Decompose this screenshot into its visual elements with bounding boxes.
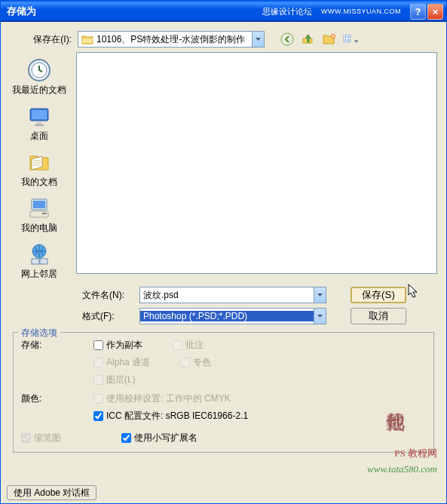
save-options-fieldset: 存储选项 存储: 作为副本 批注 Alpha 通道 专色 图层(L) 颜色: bbox=[13, 332, 434, 453]
brand-url: WWW.MISSYUAN.COM bbox=[321, 8, 401, 15]
cancel-button[interactable]: 取消 bbox=[351, 308, 406, 324]
svg-rect-6 bbox=[347, 39, 349, 41]
sidebar-item-desktop[interactable]: 桌面 bbox=[27, 104, 51, 143]
svg-rect-10 bbox=[32, 110, 47, 119]
format-value: Photoshop (*.PSD;*.PDD) bbox=[140, 311, 314, 321]
help-button[interactable]: ? bbox=[410, 4, 426, 20]
places-sidebar: 我最近的文档 桌面 我的文档 我的电脑 网上邻居 bbox=[7, 52, 72, 281]
svg-rect-19 bbox=[40, 259, 47, 264]
titlebar: 存储为 思缘设计论坛 WWW.MISSYUAN.COM ? × bbox=[1, 1, 446, 22]
sidebar-item-recent[interactable]: 我最近的文档 bbox=[12, 58, 66, 97]
fieldset-legend: 存储选项 bbox=[18, 327, 60, 340]
svg-rect-5 bbox=[344, 39, 346, 41]
sidebar-item-mydocs[interactable]: 我的文档 bbox=[21, 150, 57, 189]
filename-combo-arrow-icon[interactable] bbox=[314, 287, 326, 303]
svg-rect-16 bbox=[42, 213, 47, 214]
path-text: 10106、PS特效处理-水波倒影的制作 bbox=[96, 33, 252, 46]
new-folder-icon[interactable] bbox=[322, 32, 337, 47]
svg-point-0 bbox=[281, 33, 293, 45]
svg-rect-3 bbox=[344, 36, 346, 38]
filename-input[interactable] bbox=[140, 290, 314, 300]
format-combo-arrow-icon[interactable] bbox=[314, 309, 326, 324]
lowercase-checkbox[interactable]: 使用小写扩展名 bbox=[121, 432, 197, 444]
svg-rect-18 bbox=[32, 259, 39, 264]
filename-combo[interactable] bbox=[139, 287, 326, 303]
network-icon bbox=[27, 242, 51, 266]
mydocs-icon bbox=[27, 150, 51, 174]
folder-open-icon bbox=[81, 34, 93, 45]
svg-rect-2 bbox=[344, 35, 351, 42]
up-icon[interactable] bbox=[301, 32, 316, 47]
svg-rect-11 bbox=[36, 122, 42, 124]
close-button[interactable]: × bbox=[427, 4, 443, 20]
format-label: 格式(F): bbox=[82, 310, 133, 323]
file-list-pane[interactable] bbox=[76, 52, 437, 274]
spot-checkbox: 专色 bbox=[180, 356, 211, 369]
view-menu-icon[interactable] bbox=[343, 32, 358, 47]
proof-checkbox: 使用校样设置: 工作中的 CMYK bbox=[93, 392, 248, 405]
svg-rect-14 bbox=[33, 201, 45, 208]
save-button[interactable]: 保存(S) bbox=[351, 287, 406, 303]
recent-docs-icon bbox=[27, 58, 51, 82]
brand-text: 思缘设计论坛 bbox=[262, 6, 312, 17]
use-adobe-dialog-button[interactable]: 使用 Adobe 对话框 bbox=[7, 485, 96, 500]
watermark-line2: www.tata580.com bbox=[367, 462, 437, 478]
mycomputer-icon bbox=[27, 196, 51, 220]
sidebar-item-network[interactable]: 网上邻居 bbox=[21, 242, 57, 281]
back-icon[interactable] bbox=[280, 32, 295, 47]
svg-rect-4 bbox=[347, 36, 349, 38]
desktop-icon bbox=[27, 104, 51, 128]
layers-checkbox: 图层(L) bbox=[93, 373, 211, 386]
format-combo[interactable]: Photoshop (*.PSD;*.PDD) bbox=[139, 308, 326, 324]
icc-checkbox[interactable]: ICC 配置文件: sRGB IEC61966-2.1 bbox=[93, 410, 248, 423]
save-as-dialog: 存储为 思缘设计论坛 WWW.MISSYUAN.COM ? × 保存在(I): … bbox=[0, 0, 447, 504]
annotations-checkbox: 批注 bbox=[173, 339, 204, 352]
storage-label: 存储: bbox=[21, 339, 93, 386]
save-in-combo[interactable]: 10106、PS特效处理-水波倒影的制作 bbox=[78, 31, 265, 48]
svg-rect-12 bbox=[35, 124, 44, 126]
window-title: 存储为 bbox=[4, 5, 262, 18]
filename-label: 文件名(N): bbox=[82, 289, 133, 302]
sidebar-item-mycomputer[interactable]: 我的电脑 bbox=[21, 196, 57, 235]
as-copy-checkbox[interactable]: 作为副本 bbox=[93, 339, 142, 352]
thumbnail-checkbox: 缩览图 bbox=[21, 432, 61, 444]
combo-arrow-icon[interactable] bbox=[252, 32, 264, 47]
watermark-line1: PS 教程网 bbox=[367, 446, 437, 462]
watermark: PS 教程网 www.tata580.com bbox=[367, 446, 437, 478]
save-in-label: 保存在(I): bbox=[20, 33, 72, 46]
color-label: 颜色: bbox=[21, 392, 93, 423]
alpha-checkbox: Alpha 通道 bbox=[93, 356, 150, 369]
